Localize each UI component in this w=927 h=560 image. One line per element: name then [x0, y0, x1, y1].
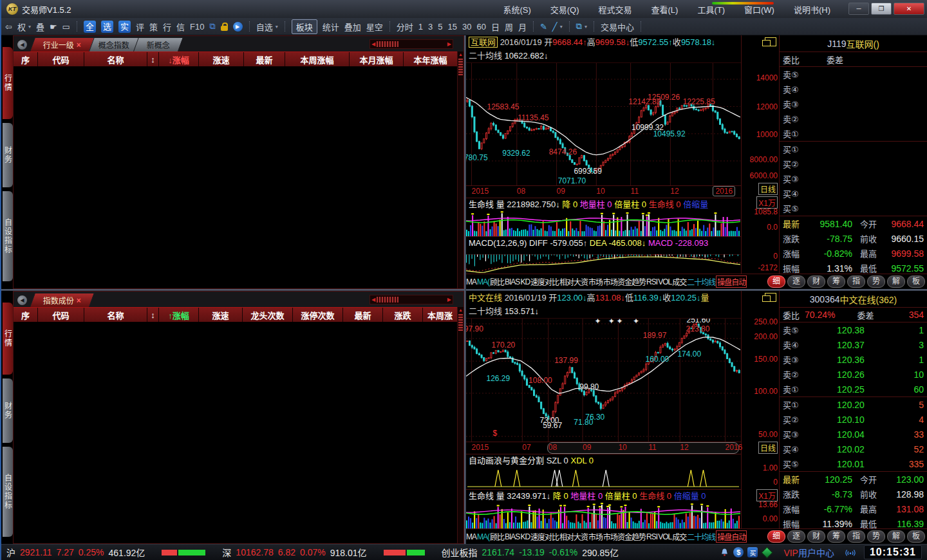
ask-row[interactable]: 卖⑤120.381 — [780, 322, 927, 337]
column-header[interactable]: 涨停次数 — [293, 308, 343, 322]
indicator-item[interactable]: KD — [520, 277, 530, 286]
all-markets-button[interactable]: 全 — [84, 21, 96, 33]
dollar-icon[interactable]: $ — [733, 547, 744, 557]
indicator-item[interactable]: MA — [466, 277, 476, 286]
zhongwen-online-wave-plot[interactable] — [466, 467, 741, 490]
column-header[interactable]: ↓涨幅 — [159, 52, 199, 66]
view-button-板[interactable]: 板 — [907, 530, 925, 543]
f10-button[interactable]: F10 — [190, 22, 204, 32]
view-button-细[interactable]: 细 — [767, 275, 785, 288]
period-3-button[interactable]: 3 — [428, 22, 433, 32]
starmap-button[interactable]: 星空 — [366, 21, 383, 33]
rights-adjust-button[interactable]: 权 — [17, 21, 26, 33]
column-header[interactable]: 序 — [14, 308, 38, 322]
column-header[interactable]: ↑涨幅 — [159, 308, 199, 322]
view-button-解[interactable]: 解 — [887, 530, 905, 543]
view-button-筹[interactable]: 筹 — [827, 530, 845, 543]
select-stocks-button[interactable]: 选 — [101, 21, 113, 33]
bid-row[interactable]: 买③ — [780, 171, 927, 186]
column-header[interactable]: 最新 — [244, 52, 285, 66]
tab-close-icon[interactable]: × — [77, 41, 81, 50]
column-header[interactable]: 名称 — [84, 52, 147, 66]
scroll-left-icon[interactable]: ◀ — [370, 41, 377, 47]
column-header[interactable]: ↕ — [147, 308, 159, 322]
side-tab-finance[interactable]: 财务 — [3, 378, 13, 443]
bid-row[interactable]: 买② — [780, 156, 927, 171]
indicator-item[interactable]: 顾比 — [490, 276, 504, 287]
indicator-item[interactable]: KD — [520, 532, 530, 541]
ask-row[interactable]: 卖③120.361 — [780, 352, 927, 367]
ask-row[interactable]: 卖② — [780, 111, 927, 126]
zhongwen-online-volume-plot[interactable] — [466, 503, 741, 529]
table-body[interactable] — [14, 322, 458, 543]
view-button-财[interactable]: 财 — [807, 275, 825, 288]
realtime-button[interactable]: 实 — [118, 21, 131, 33]
menu-item-系统S[interactable]: 系统(S) — [503, 3, 530, 15]
period-5-button[interactable]: 5 — [438, 22, 442, 32]
indicator-item[interactable]: 二十均线 — [687, 531, 715, 542]
indicator-item[interactable]: 相对大资 — [559, 531, 588, 542]
maximize-panel-icon[interactable] — [765, 293, 776, 302]
indicator-item[interactable]: RSI — [646, 532, 657, 541]
overlay-compare-button[interactable]: 叠加 — [344, 21, 361, 33]
view-button-势[interactable]: 势 — [867, 530, 885, 543]
column-header[interactable]: 本年涨幅 — [404, 52, 458, 66]
bell-icon[interactable] — [719, 547, 729, 557]
trade-center-button[interactable]: 交易中心 — [601, 21, 634, 33]
scroll-up-icon[interactable]: ▲ — [458, 51, 464, 58]
quotes-button[interactable]: 行 — [163, 21, 171, 33]
view-button-筹[interactable]: 筹 — [827, 275, 845, 288]
column-header[interactable]: 本月涨幅 — [350, 52, 404, 66]
hand-icon[interactable]: ☛ — [50, 22, 57, 32]
layers-icon[interactable]: ⧉ — [209, 21, 215, 32]
column-header[interactable]: 名称 — [84, 308, 147, 322]
side-tab-finance[interactable]: 财务 — [3, 123, 13, 187]
period-day-button[interactable]: 日 — [491, 21, 500, 33]
close-button[interactable]: ✕ — [894, 3, 924, 15]
vertical-scrollbar[interactable]: ▲ — [457, 307, 464, 543]
indicator-item[interactable]: 市场 — [588, 531, 603, 542]
column-header[interactable]: 涨跌 — [383, 308, 423, 322]
table-tab[interactable]: 指数成份× — [30, 293, 95, 307]
view-button-逐[interactable]: 逐 — [787, 275, 805, 288]
indicator-item[interactable]: MA — [466, 532, 476, 541]
bid-row[interactable]: 买④120.0252 — [780, 442, 927, 456]
maximize-panel-icon[interactable] — [765, 37, 776, 46]
horizontal-scrollbar[interactable]: ◀▶ — [370, 295, 453, 304]
bid-row[interactable]: 买③120.0433 — [780, 427, 927, 442]
indicator-item[interactable]: 顾比 — [490, 531, 504, 542]
play-icon[interactable]: ▶ — [233, 22, 243, 32]
table-tab[interactable]: 新概念 — [133, 37, 183, 51]
ask-row[interactable]: 卖④ — [780, 82, 927, 97]
minimize-button[interactable]: ─ — [848, 3, 869, 15]
view-button-财[interactable]: 财 — [807, 530, 825, 543]
column-header[interactable]: 最新 — [343, 308, 383, 322]
indicator-item[interactable]: BIAS — [505, 532, 520, 541]
x-axis-range-selector[interactable] — [547, 442, 739, 454]
vertical-scrollbar[interactable]: ▲ — [457, 51, 464, 288]
bid-row[interactable]: 买① — [780, 142, 927, 156]
indicator-item[interactable]: 二十均线 — [687, 276, 715, 287]
side-tab-quotes[interactable]: 行情 — [3, 47, 13, 119]
scroll-left-icon[interactable]: ◀ — [370, 297, 377, 303]
view-button-指[interactable]: 指 — [847, 530, 865, 543]
view-button-细[interactable]: 细 — [767, 530, 785, 543]
info-button[interactable]: 信 — [176, 21, 185, 33]
menu-item-交易Q[interactable]: 交易(Q) — [550, 3, 579, 15]
menu-item-窗口W[interactable]: 窗口(W) — [744, 3, 774, 15]
ask-row[interactable]: 卖① — [780, 126, 927, 141]
ruler-icon[interactable]: ▭ — [62, 22, 70, 32]
period-1-button[interactable]: 1 — [418, 22, 423, 32]
menu-item-说明书H[interactable]: 说明书(H) — [794, 3, 830, 15]
indicator-item[interactable]: 市场资金趋势 — [603, 531, 646, 542]
indicator-item[interactable]: 市场 — [588, 276, 603, 287]
column-header[interactable]: 涨速 — [199, 52, 244, 66]
indicator-item[interactable]: RSI — [646, 277, 657, 286]
bid-row[interactable]: 买④ — [780, 186, 927, 201]
back-icon[interactable]: ⇦ — [5, 22, 12, 32]
period-60-button[interactable]: 60 — [476, 22, 485, 32]
vertical-splitter[interactable] — [464, 35, 466, 544]
ask-row[interactable]: 卖③ — [780, 97, 927, 111]
indicator-item[interactable]: VOL — [658, 532, 671, 541]
internet-index-macd-plot[interactable] — [466, 250, 741, 274]
